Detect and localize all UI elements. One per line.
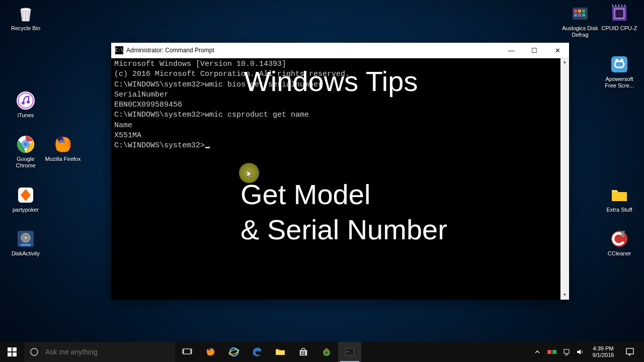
svg-rect-48 bbox=[276, 351, 285, 355]
svg-rect-26 bbox=[615, 5, 616, 7]
desktop-icon-label: iTunes bbox=[18, 112, 34, 119]
svg-text:>_: >_ bbox=[347, 349, 351, 353]
tray-time: 4:39 PM bbox=[593, 345, 614, 352]
desktop-icon-label: CPUID CPU-Z bbox=[602, 25, 637, 32]
start-button[interactable] bbox=[0, 342, 24, 362]
svg-rect-49 bbox=[301, 351, 303, 353]
cmd-icon: C:\ bbox=[115, 46, 123, 54]
terminal-prompt: C:\WINDOWS\system32> bbox=[114, 141, 566, 151]
itunes-icon bbox=[16, 90, 36, 111]
svg-rect-21 bbox=[578, 14, 581, 17]
svg-rect-50 bbox=[303, 351, 305, 353]
taskbar-burn[interactable] bbox=[315, 342, 338, 362]
tray-date: 9/1/2016 bbox=[593, 352, 614, 358]
svg-rect-29 bbox=[624, 5, 625, 7]
svg-rect-18 bbox=[578, 10, 581, 13]
desktop-icon-extra-stuff[interactable]: Extra Stuff bbox=[601, 185, 638, 213]
desktop-icon-recycle-bin[interactable]: Recycle Bin bbox=[7, 4, 44, 32]
mouse-cursor-icon bbox=[247, 170, 253, 179]
svg-point-1 bbox=[17, 92, 35, 110]
desktop-icon-firefox[interactable]: Mozilla Firefox bbox=[44, 134, 82, 162]
svg-rect-30 bbox=[611, 56, 627, 72]
folder-icon bbox=[609, 185, 629, 205]
diskactivity-icon bbox=[16, 229, 36, 249]
minimize-button[interactable]: — bbox=[500, 43, 523, 58]
svg-rect-39 bbox=[13, 352, 17, 356]
taskbar-firefox[interactable] bbox=[199, 342, 222, 362]
svg-point-54 bbox=[326, 351, 328, 353]
desktop-icon-diskactivity[interactable]: DiskActivity bbox=[7, 229, 44, 257]
desktop-icon-label: CCleaner bbox=[608, 250, 631, 257]
desktop-icon-label: Apowersoft Free Scre... bbox=[601, 76, 638, 89]
desktop-icon-itunes[interactable]: iTunes bbox=[7, 90, 44, 119]
overlay-title: Windows Tips bbox=[244, 65, 418, 98]
desktop-icon-label: partypoker bbox=[13, 207, 39, 213]
taskbar-apps: >_ bbox=[199, 342, 361, 362]
desktop-icon-auslogics[interactable]: Auslogics Disk Defrag bbox=[561, 4, 599, 38]
tray-overflow-button[interactable] bbox=[531, 342, 543, 362]
windows-icon bbox=[8, 347, 17, 356]
window-title: Administrator: Command Prompt bbox=[126, 47, 500, 54]
taskbar-ie[interactable] bbox=[222, 342, 246, 362]
terminal-line: X551MA bbox=[114, 131, 566, 141]
scrollbar[interactable] bbox=[560, 58, 569, 300]
desktop-icon-chrome[interactable]: Google Chrome bbox=[7, 134, 44, 169]
taskbar-explorer[interactable] bbox=[269, 342, 292, 362]
terminal-line: Name bbox=[114, 121, 566, 131]
scroll-up-button[interactable]: ▲ bbox=[560, 58, 569, 67]
svg-rect-41 bbox=[183, 349, 191, 354]
svg-point-32 bbox=[620, 59, 623, 62]
svg-point-40 bbox=[31, 348, 38, 355]
tray-notifications-button[interactable] bbox=[620, 342, 640, 362]
search-box[interactable] bbox=[24, 342, 175, 362]
desktop-icon-apowersoft[interactable]: Apowersoft Free Scre... bbox=[601, 54, 638, 89]
close-button[interactable]: ✕ bbox=[546, 43, 569, 58]
overlay-subtitle-1: Get Model bbox=[240, 178, 370, 211]
tray-volume-icon[interactable] bbox=[574, 342, 587, 362]
desktop-icon-ccleaner[interactable]: CCleaner bbox=[601, 229, 638, 257]
desktop-icon-partypoker[interactable]: partypoker bbox=[7, 185, 44, 213]
taskbar-cmd[interactable]: >_ bbox=[338, 342, 361, 362]
tray-network-icon[interactable] bbox=[560, 342, 574, 362]
svg-rect-57 bbox=[564, 349, 569, 353]
svg-point-14 bbox=[25, 237, 27, 239]
partypoker-icon bbox=[16, 185, 36, 205]
svg-rect-34 bbox=[621, 232, 624, 237]
task-view-button[interactable] bbox=[175, 342, 199, 362]
notifications-icon bbox=[625, 347, 634, 356]
maximize-button[interactable]: ☐ bbox=[523, 43, 546, 58]
recycle-bin-icon bbox=[16, 4, 36, 24]
svg-rect-51 bbox=[301, 353, 303, 355]
apowersoft-icon bbox=[609, 54, 629, 74]
svg-rect-19 bbox=[582, 10, 585, 13]
svg-point-4 bbox=[27, 101, 30, 104]
desktop-icon-label: Extra Stuff bbox=[606, 207, 632, 213]
taskbar-edge[interactable] bbox=[246, 342, 269, 362]
svg-rect-28 bbox=[621, 5, 622, 7]
svg-point-8 bbox=[23, 142, 28, 147]
taskbar-store[interactable] bbox=[292, 342, 315, 362]
tray-status-icon[interactable] bbox=[543, 342, 560, 362]
task-view-icon bbox=[182, 348, 192, 356]
firefox-icon bbox=[53, 134, 73, 154]
cursor-icon bbox=[205, 147, 210, 148]
svg-rect-36 bbox=[8, 347, 12, 351]
scroll-down-button[interactable]: ▼ bbox=[560, 291, 569, 300]
terminal-line: EBN0CX099589456 bbox=[114, 100, 566, 110]
cortana-icon bbox=[24, 347, 44, 356]
window-titlebar[interactable]: C:\ Administrator: Command Prompt — ☐ ✕ bbox=[111, 43, 569, 58]
desktop-icon-label: Recycle Bin bbox=[11, 25, 40, 32]
desktop-icon-label: Auslogics Disk Defrag bbox=[561, 25, 599, 38]
desktop-icon-label: Google Chrome bbox=[7, 156, 44, 169]
desktop-icon-cpuz[interactable]: CPUID CPU-Z bbox=[601, 4, 638, 32]
cpuz-icon bbox=[609, 4, 629, 24]
tray-clock[interactable]: 4:39 PM 9/1/2016 bbox=[587, 342, 620, 362]
show-desktop-button[interactable] bbox=[640, 342, 643, 362]
terminal-line: C:\WINDOWS\system32>wmic csproduct get n… bbox=[114, 110, 566, 120]
svg-rect-25 bbox=[612, 5, 613, 7]
desktop-icon-label: DiskActivity bbox=[12, 250, 40, 257]
system-tray: 4:39 PM 9/1/2016 bbox=[531, 342, 644, 362]
chevron-up-icon bbox=[535, 349, 540, 354]
search-input[interactable] bbox=[44, 347, 175, 356]
auslogics-icon bbox=[570, 4, 590, 24]
